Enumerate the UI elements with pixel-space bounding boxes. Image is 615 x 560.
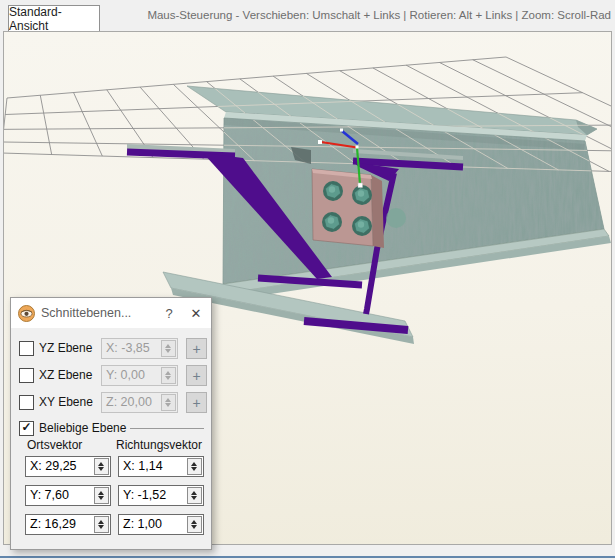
xy-plane-checkbox[interactable] <box>19 395 34 410</box>
spin-down-icon[interactable] <box>98 496 104 500</box>
dialog-title: Schnittebenen... <box>41 306 157 320</box>
add-xy-plane-button[interactable]: + <box>186 392 207 413</box>
tab-label: Standard-Ansicht <box>9 5 99 33</box>
add-yz-plane-button[interactable]: + <box>186 338 207 359</box>
window-bottom-accent <box>0 556 615 558</box>
yz-plane-row: YZ Ebene X: -3,85 + <box>11 338 211 359</box>
ortsvektor-y-spinner[interactable] <box>94 487 109 504</box>
far-bolt <box>386 208 406 228</box>
xy-plane-row: XY Ebene Z: 20,00 + <box>11 392 211 413</box>
richtungsvektor-x-value: X: 1,14 <box>123 459 163 473</box>
spin-up-icon[interactable] <box>191 520 197 524</box>
y-axis-tip <box>358 183 363 188</box>
xy-offset-field[interactable]: Z: 20,00 <box>101 392 178 413</box>
richtungsvektor-z-spinner[interactable] <box>187 516 202 533</box>
spin-down-icon[interactable] <box>98 525 104 529</box>
xy-offset-value: Z: 20,00 <box>106 395 152 409</box>
view-tabbar: Standard-Ansicht Maus-Steuerung - Versch… <box>0 0 615 31</box>
x-axis-tip <box>318 140 322 144</box>
app-window: Standard-Ansicht Maus-Steuerung - Versch… <box>0 0 615 560</box>
direction-vector-label: Richtungsvektor <box>116 438 202 452</box>
spin-down-icon[interactable] <box>191 525 197 529</box>
ortsvektor-x-value: X: 29,25 <box>30 459 77 473</box>
spin-up-icon[interactable] <box>165 371 171 375</box>
ortsvektor-y-field[interactable]: Y: 7,60 <box>25 485 111 506</box>
mesh-line <box>40 95 51 154</box>
ortsvektor-x-spinner[interactable] <box>94 458 109 475</box>
mouse-controls-hint: Maus-Steuerung - Verschieben: Umschalt +… <box>147 9 611 21</box>
spin-down-icon[interactable] <box>98 467 104 471</box>
richtungsvektor-z-field[interactable]: Z: 1,00 <box>118 514 204 535</box>
origin-node <box>356 146 359 149</box>
spin-up-icon[interactable] <box>98 520 104 524</box>
xz-offset-value: Y: 0,00 <box>106 368 145 382</box>
xy-offset-spinner[interactable] <box>161 394 176 411</box>
bolt-highlight <box>329 186 335 192</box>
origin-vector-label: Ortsvektor <box>27 438 82 452</box>
spin-up-icon[interactable] <box>98 462 104 466</box>
bolt-highlight <box>328 217 334 223</box>
help-button[interactable]: ? <box>157 306 181 321</box>
group-separator <box>130 428 204 429</box>
spin-up-icon[interactable] <box>98 491 104 495</box>
close-icon[interactable]: ✕ <box>181 306 211 321</box>
spin-up-icon[interactable] <box>191 491 197 495</box>
xy-plane-label: XY Ebene <box>39 395 93 409</box>
tab-standard-ansicht[interactable]: Standard-Ansicht <box>8 5 100 32</box>
spin-down-icon[interactable] <box>165 403 171 407</box>
arbitrary-plane-label: Beliebige Ebene <box>39 421 126 435</box>
yz-offset-field[interactable]: X: -3,85 <box>101 338 178 359</box>
ortsvektor-z-field[interactable]: Z: 16,29 <box>25 514 111 535</box>
section-planes-dialog: Schnittebenen... ? ✕ YZ Ebene X: -3,85 +… <box>10 297 212 550</box>
xz-plane-checkbox[interactable] <box>19 368 34 383</box>
xz-plane-label: XZ Ebene <box>39 368 92 382</box>
ortsvektor-z-spinner[interactable] <box>94 516 109 533</box>
mesh-line <box>4 98 7 153</box>
ortsvektor-z-value: Z: 16,29 <box>30 517 76 531</box>
end-plate <box>312 169 384 248</box>
ortsvektor-y-value: Y: 7,60 <box>30 488 69 502</box>
spin-up-icon[interactable] <box>191 462 197 466</box>
yz-plane-checkbox[interactable] <box>19 341 34 356</box>
dialog-titlebar[interactable]: Schnittebenen... ? ✕ <box>11 298 211 328</box>
ortsvektor-x-field[interactable]: X: 29,25 <box>25 456 111 477</box>
yz-offset-value: X: -3,85 <box>106 341 150 355</box>
bolt-highlight <box>358 190 364 196</box>
spin-up-icon[interactable] <box>165 344 171 348</box>
yz-offset-spinner[interactable] <box>161 340 176 357</box>
mesh-line <box>74 93 103 157</box>
add-xz-plane-button[interactable]: + <box>186 365 207 386</box>
eye-icon <box>18 305 35 322</box>
yz-plane-label: YZ Ebene <box>39 341 92 355</box>
richtungsvektor-x-field[interactable]: X: 1,14 <box>118 456 204 477</box>
spin-down-icon[interactable] <box>165 349 171 353</box>
xz-plane-row: XZ Ebene Y: 0,00 + <box>11 365 211 386</box>
z-axis-tip <box>340 129 343 132</box>
arbitrary-plane-row: Beliebige Ebene <box>11 418 211 439</box>
richtungsvektor-y-value: Y: -1,52 <box>123 488 166 502</box>
xz-offset-spinner[interactable] <box>161 367 176 384</box>
spin-down-icon[interactable] <box>165 376 171 380</box>
richtungsvektor-y-field[interactable]: Y: -1,52 <box>118 485 204 506</box>
spin-up-icon[interactable] <box>165 398 171 402</box>
spin-down-icon[interactable] <box>191 496 197 500</box>
spin-down-icon[interactable] <box>191 467 197 471</box>
xz-offset-field[interactable]: Y: 0,00 <box>101 365 178 386</box>
arbitrary-plane-checkbox[interactable] <box>19 421 34 436</box>
richtungsvektor-y-spinner[interactable] <box>187 487 202 504</box>
bolt-highlight <box>358 221 364 227</box>
richtungsvektor-x-spinner[interactable] <box>187 458 202 475</box>
richtungsvektor-z-value: Z: 1,00 <box>123 517 162 531</box>
